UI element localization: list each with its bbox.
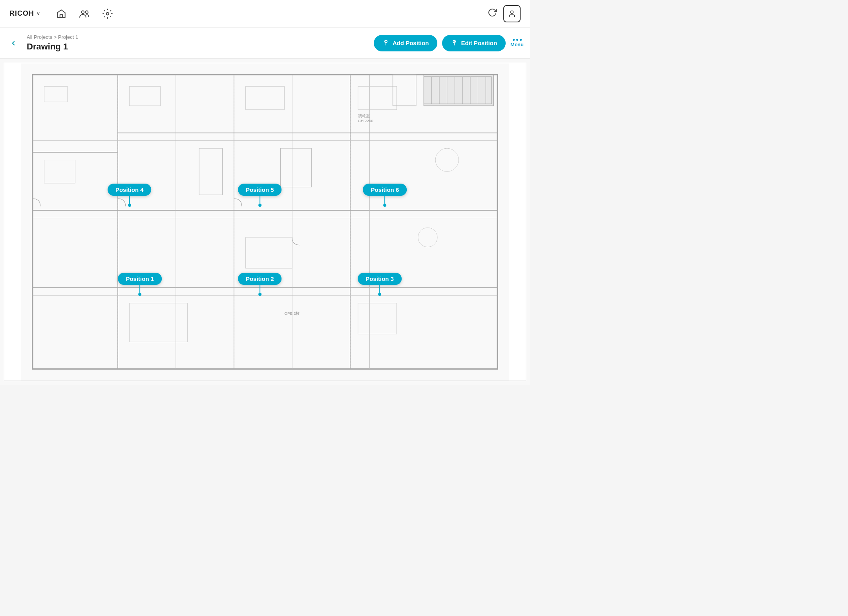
svg-text:OPE 2枚: OPE 2枚 [284, 311, 300, 315]
position-marker-1[interactable]: Position 1 [118, 273, 162, 296]
position-1-dot [138, 293, 141, 296]
position-3-dot [378, 293, 381, 296]
back-button[interactable] [6, 36, 20, 50]
svg-rect-0 [60, 15, 63, 18]
position-1-label: Position 1 [118, 273, 162, 285]
logo-text: RICOH [9, 9, 34, 18]
position-3-label: Position 3 [358, 273, 402, 285]
floorplan-background: 調乾室 CH:2200 OPE 2枚 Position 4 [0, 59, 530, 385]
position-marker-5[interactable]: Position 5 [238, 184, 282, 207]
pin-icon [382, 39, 389, 46]
floorplan-container: 調乾室 CH:2200 OPE 2枚 Position 4 [4, 63, 526, 381]
edit-position-icon [451, 39, 458, 47]
svg-point-4 [511, 11, 514, 13]
position-marker-3[interactable]: Position 3 [358, 273, 402, 296]
logo[interactable]: RICOH ∨ [9, 9, 40, 18]
home-button[interactable] [56, 9, 66, 19]
position-marker-2[interactable]: Position 2 [238, 273, 282, 296]
position-5-dot [258, 204, 261, 207]
position-marker-4[interactable]: Position 4 [108, 184, 152, 207]
position-5-stem [260, 196, 260, 204]
position-2-stem [260, 285, 260, 293]
position-1-stem [139, 285, 140, 293]
logo-chevron: ∨ [37, 11, 40, 16]
svg-text:CH:2200: CH:2200 [358, 118, 373, 123]
svg-point-1 [82, 11, 84, 13]
home-icon [56, 9, 66, 19]
svg-text:調乾室: 調乾室 [358, 114, 370, 118]
floorplan-svg: 調乾室 CH:2200 OPE 2枚 [4, 63, 526, 381]
edit-position-label: Edit Position [461, 40, 497, 46]
header-actions: Add Position Edit Position Menu [374, 35, 530, 51]
pin-edit-icon [451, 39, 458, 46]
people-icon [79, 9, 90, 19]
position-6-stem [384, 196, 385, 204]
refresh-icon [488, 8, 497, 17]
back-arrow-icon [10, 40, 17, 47]
add-position-label: Add Position [393, 40, 429, 46]
page-title: Drawing 1 [27, 42, 367, 52]
menu-dots-icon [513, 39, 522, 41]
position-marker-6[interactable]: Position 6 [363, 184, 407, 207]
user-profile-button[interactable] [503, 5, 521, 22]
breadcrumb-area: All Projects > Project 1 Drawing 1 [20, 31, 374, 55]
menu-button[interactable]: Menu [510, 39, 524, 47]
menu-label: Menu [510, 42, 524, 47]
nav-icons [56, 9, 113, 19]
position-6-label: Position 6 [363, 184, 407, 196]
breadcrumb: All Projects > Project 1 [27, 34, 367, 40]
refresh-button[interactable] [488, 8, 497, 19]
nav-right [488, 5, 521, 22]
position-2-label: Position 2 [238, 273, 282, 285]
gear-icon [102, 9, 113, 19]
sub-header: All Projects > Project 1 Drawing 1 Add P… [0, 27, 530, 59]
position-4-dot [128, 204, 131, 207]
people-button[interactable] [79, 9, 90, 19]
position-5-label: Position 5 [238, 184, 282, 196]
svg-rect-7 [21, 63, 509, 381]
position-4-label: Position 4 [108, 184, 152, 196]
position-2-dot [258, 293, 261, 296]
position-3-stem [379, 285, 380, 293]
svg-point-2 [86, 11, 88, 13]
position-6-dot [383, 204, 386, 207]
edit-position-button[interactable]: Edit Position [442, 35, 506, 51]
main-content: 調乾室 CH:2200 OPE 2枚 Position 4 [0, 59, 530, 385]
settings-button[interactable] [102, 9, 113, 19]
svg-rect-47 [424, 75, 494, 106]
position-4-stem [129, 196, 130, 204]
floorplan-area[interactable]: 調乾室 CH:2200 OPE 2枚 Position 4 [0, 59, 530, 385]
svg-point-3 [106, 12, 109, 15]
add-position-button[interactable]: Add Position [374, 35, 438, 51]
add-position-icon [382, 39, 389, 47]
top-navigation: RICOH ∨ [0, 0, 530, 27]
user-icon [508, 10, 516, 18]
